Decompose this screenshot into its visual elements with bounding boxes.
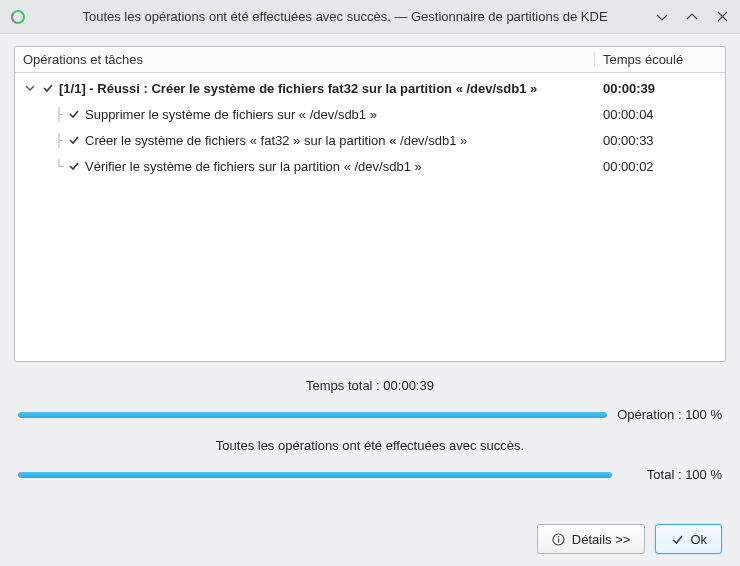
ok-button-label: Ok [690, 532, 707, 547]
dialog-content: Opérations et tâches Temps écoulé [1/1] … [0, 34, 740, 566]
check-icon [67, 159, 81, 173]
details-button[interactable]: Détails >> [537, 524, 646, 554]
tree-row-task[interactable]: ├ Créer le système de fichiers « fat32 »… [15, 127, 725, 153]
status-area: Temps total : 00:00:39 Opération : 100 %… [14, 362, 726, 488]
check-icon [41, 81, 55, 95]
total-progress-label: Total : 100 % [622, 467, 722, 482]
check-icon [67, 133, 81, 147]
column-operations[interactable]: Opérations et tâches [15, 52, 595, 67]
window-controls [654, 9, 730, 25]
ok-button[interactable]: Ok [655, 524, 722, 554]
minimize-button[interactable] [654, 9, 670, 25]
task-time: 00:00:33 [595, 133, 725, 148]
total-progress-row: Total : 100 % [18, 467, 722, 482]
window: Toutes les opérations ont été effectuées… [0, 0, 740, 566]
tree-branch-icon: ├ [45, 107, 63, 122]
task-label: Vérifier le système de fichiers sur la p… [85, 159, 422, 174]
tree-branch-icon: └ [45, 159, 63, 174]
total-progress-bar [18, 472, 612, 478]
info-icon [552, 532, 566, 546]
tree-body: [1/1] - Réussi : Créer le système de fic… [15, 73, 725, 181]
tree-row-root[interactable]: [1/1] - Réussi : Créer le système de fic… [15, 75, 725, 101]
operation-progress-row: Opération : 100 % [18, 407, 722, 422]
maximize-button[interactable] [684, 9, 700, 25]
check-icon [670, 532, 684, 546]
task-label: Supprimer le système de fichiers sur « /… [85, 107, 377, 122]
chevron-down-icon[interactable] [23, 81, 37, 95]
operations-tree[interactable]: Opérations et tâches Temps écoulé [1/1] … [14, 46, 726, 362]
tree-branch-icon: ├ [45, 133, 63, 148]
app-icon [10, 9, 26, 25]
total-progress-fill [18, 472, 612, 478]
task-time: 00:00:02 [595, 159, 725, 174]
details-button-label: Détails >> [572, 532, 631, 547]
total-time-label: Temps total : 00:00:39 [18, 378, 722, 393]
status-message: Toutes les opérations ont été effectuées… [18, 438, 722, 453]
tree-row-task[interactable]: └ Vérifier le système de fichiers sur la… [15, 153, 725, 179]
svg-rect-4 [558, 536, 559, 537]
operation-progress-bar [18, 412, 607, 418]
titlebar: Toutes les opérations ont été effectuées… [0, 0, 740, 34]
tree-header: Opérations et tâches Temps écoulé [15, 47, 725, 73]
operation-label: [1/1] - Réussi : Créer le système de fic… [59, 81, 537, 96]
check-icon [67, 107, 81, 121]
task-label: Créer le système de fichiers « fat32 » s… [85, 133, 467, 148]
operation-progress-fill [18, 412, 607, 418]
svg-rect-3 [558, 538, 559, 542]
close-button[interactable] [714, 9, 730, 25]
window-title: Toutes les opérations ont été effectuées… [36, 9, 654, 24]
column-elapsed[interactable]: Temps écoulé [595, 52, 725, 67]
tree-row-task[interactable]: ├ Supprimer le système de fichiers sur «… [15, 101, 725, 127]
task-time: 00:00:04 [595, 107, 725, 122]
operation-time: 00:00:39 [595, 81, 725, 96]
operation-progress-label: Opération : 100 % [617, 407, 722, 422]
button-row: Détails >> Ok [14, 520, 726, 554]
